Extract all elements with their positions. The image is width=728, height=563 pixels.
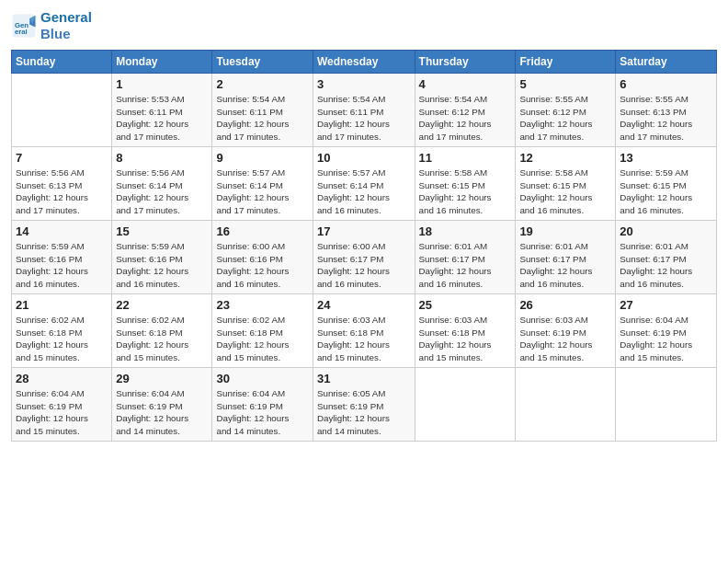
calendar-cell: 11Sunrise: 5:58 AM Sunset: 6:15 PM Dayli…	[415, 147, 516, 221]
calendar-cell: 20Sunrise: 6:01 AM Sunset: 6:17 PM Dayli…	[616, 221, 717, 294]
calendar-cell: 26Sunrise: 6:03 AM Sunset: 6:19 PM Dayli…	[516, 294, 616, 368]
day-header-monday: Monday	[112, 51, 212, 74]
calendar-cell: 5Sunrise: 5:55 AM Sunset: 6:12 PM Daylig…	[516, 74, 616, 147]
day-info: Sunrise: 6:01 AM Sunset: 6:17 PM Dayligh…	[419, 240, 512, 291]
day-info: Sunrise: 6:05 AM Sunset: 6:19 PM Dayligh…	[317, 387, 411, 438]
day-number: 29	[116, 372, 208, 385]
day-info: Sunrise: 5:56 AM Sunset: 6:13 PM Dayligh…	[16, 167, 108, 217]
day-number: 4	[419, 77, 512, 91]
calendar-week-4: 28Sunrise: 6:04 AM Sunset: 6:19 PM Dayli…	[12, 368, 717, 442]
day-info: Sunrise: 5:53 AM Sunset: 6:11 PM Dayligh…	[116, 93, 208, 144]
day-info: Sunrise: 6:03 AM Sunset: 6:19 PM Dayligh…	[519, 314, 611, 364]
day-info: Sunrise: 6:00 AM Sunset: 6:16 PM Dayligh…	[216, 240, 308, 291]
calendar-cell: 3Sunrise: 5:54 AM Sunset: 6:11 PM Daylig…	[313, 74, 415, 147]
calendar-table: SundayMondayTuesdayWednesdayThursdayFrid…	[11, 50, 717, 442]
day-info: Sunrise: 5:55 AM Sunset: 6:12 PM Dayligh…	[519, 93, 611, 144]
calendar-cell: 24Sunrise: 6:03 AM Sunset: 6:18 PM Dayli…	[313, 294, 415, 368]
day-number: 28	[16, 372, 108, 385]
day-info: Sunrise: 6:03 AM Sunset: 6:18 PM Dayligh…	[419, 314, 512, 364]
calendar-cell: 22Sunrise: 6:02 AM Sunset: 6:18 PM Dayli…	[112, 294, 212, 368]
calendar-cell: 29Sunrise: 6:04 AM Sunset: 6:19 PM Dayli…	[112, 368, 212, 442]
calendar-header-row: SundayMondayTuesdayWednesdayThursdayFrid…	[12, 51, 717, 74]
day-number: 19	[519, 224, 611, 238]
day-number: 27	[620, 298, 712, 312]
calendar-cell: 27Sunrise: 6:04 AM Sunset: 6:19 PM Dayli…	[616, 294, 717, 368]
calendar-cell: 28Sunrise: 6:04 AM Sunset: 6:19 PM Dayli…	[12, 368, 112, 442]
day-number: 20	[620, 224, 712, 238]
calendar-week-1: 7Sunrise: 5:56 AM Sunset: 6:13 PM Daylig…	[12, 147, 717, 221]
day-number: 13	[620, 151, 712, 165]
day-number: 23	[216, 298, 308, 312]
day-number: 8	[116, 151, 208, 165]
calendar-cell: 8Sunrise: 5:56 AM Sunset: 6:14 PM Daylig…	[112, 147, 212, 221]
logo: Gen eral General Blue	[11, 9, 92, 42]
calendar-cell: 23Sunrise: 6:02 AM Sunset: 6:18 PM Dayli…	[212, 294, 313, 368]
day-number: 30	[216, 372, 308, 385]
logo-text: General Blue	[40, 9, 92, 42]
calendar-cell: 1Sunrise: 5:53 AM Sunset: 6:11 PM Daylig…	[112, 74, 212, 147]
day-number: 6	[620, 77, 712, 91]
day-header-tuesday: Tuesday	[212, 51, 313, 74]
day-number: 26	[519, 298, 611, 312]
day-number: 22	[116, 298, 208, 312]
day-info: Sunrise: 6:04 AM Sunset: 6:19 PM Dayligh…	[116, 387, 208, 438]
calendar-cell	[616, 368, 717, 442]
day-number: 18	[419, 224, 512, 238]
day-number: 24	[317, 298, 411, 312]
calendar-cell: 14Sunrise: 5:59 AM Sunset: 6:16 PM Dayli…	[12, 221, 112, 294]
day-number: 16	[216, 224, 308, 238]
calendar-cell: 18Sunrise: 6:01 AM Sunset: 6:17 PM Dayli…	[415, 221, 516, 294]
calendar-cell	[516, 368, 616, 442]
day-header-thursday: Thursday	[415, 51, 516, 74]
day-number: 3	[317, 77, 411, 91]
day-header-sunday: Sunday	[12, 51, 112, 74]
calendar-cell: 10Sunrise: 5:57 AM Sunset: 6:14 PM Dayli…	[313, 147, 415, 221]
calendar-cell: 17Sunrise: 6:00 AM Sunset: 6:17 PM Dayli…	[313, 221, 415, 294]
day-number: 7	[16, 151, 108, 165]
page-container: Gen eral General Blue SundayMondayTuesda…	[0, 0, 728, 449]
day-info: Sunrise: 5:57 AM Sunset: 6:14 PM Dayligh…	[317, 167, 411, 217]
calendar-cell: 4Sunrise: 5:54 AM Sunset: 6:12 PM Daylig…	[415, 74, 516, 147]
day-info: Sunrise: 6:04 AM Sunset: 6:19 PM Dayligh…	[620, 314, 712, 364]
calendar-cell: 25Sunrise: 6:03 AM Sunset: 6:18 PM Dayli…	[415, 294, 516, 368]
calendar-cell	[12, 74, 112, 147]
calendar-cell: 15Sunrise: 5:59 AM Sunset: 6:16 PM Dayli…	[112, 221, 212, 294]
day-header-wednesday: Wednesday	[313, 51, 415, 74]
day-info: Sunrise: 5:59 AM Sunset: 6:16 PM Dayligh…	[16, 240, 108, 291]
day-info: Sunrise: 6:02 AM Sunset: 6:18 PM Dayligh…	[116, 314, 208, 364]
calendar-week-0: 1Sunrise: 5:53 AM Sunset: 6:11 PM Daylig…	[12, 74, 717, 147]
day-info: Sunrise: 6:02 AM Sunset: 6:18 PM Dayligh…	[216, 314, 308, 364]
day-info: Sunrise: 5:54 AM Sunset: 6:12 PM Dayligh…	[419, 93, 512, 144]
calendar-cell: 31Sunrise: 6:05 AM Sunset: 6:19 PM Dayli…	[313, 368, 415, 442]
calendar-cell: 19Sunrise: 6:01 AM Sunset: 6:17 PM Dayli…	[516, 221, 616, 294]
day-number: 9	[216, 151, 308, 165]
day-info: Sunrise: 6:04 AM Sunset: 6:19 PM Dayligh…	[216, 387, 308, 438]
day-info: Sunrise: 5:58 AM Sunset: 6:15 PM Dayligh…	[519, 167, 611, 217]
calendar-cell: 30Sunrise: 6:04 AM Sunset: 6:19 PM Dayli…	[212, 368, 313, 442]
day-info: Sunrise: 6:01 AM Sunset: 6:17 PM Dayligh…	[620, 240, 712, 291]
calendar-cell: 9Sunrise: 5:57 AM Sunset: 6:14 PM Daylig…	[212, 147, 313, 221]
calendar-week-2: 14Sunrise: 5:59 AM Sunset: 6:16 PM Dayli…	[12, 221, 717, 294]
day-number: 10	[317, 151, 411, 165]
calendar-cell: 12Sunrise: 5:58 AM Sunset: 6:15 PM Dayli…	[516, 147, 616, 221]
svg-text:eral: eral	[15, 28, 28, 36]
day-info: Sunrise: 5:59 AM Sunset: 6:16 PM Dayligh…	[116, 240, 208, 291]
calendar-cell	[415, 368, 516, 442]
day-number: 15	[116, 224, 208, 238]
calendar-cell: 2Sunrise: 5:54 AM Sunset: 6:11 PM Daylig…	[212, 74, 313, 147]
day-number: 14	[16, 224, 108, 238]
day-info: Sunrise: 6:00 AM Sunset: 6:17 PM Dayligh…	[317, 240, 411, 291]
day-info: Sunrise: 6:04 AM Sunset: 6:19 PM Dayligh…	[16, 387, 108, 438]
calendar-cell: 16Sunrise: 6:00 AM Sunset: 6:16 PM Dayli…	[212, 221, 313, 294]
calendar-week-3: 21Sunrise: 6:02 AM Sunset: 6:18 PM Dayli…	[12, 294, 717, 368]
day-info: Sunrise: 5:55 AM Sunset: 6:13 PM Dayligh…	[620, 93, 712, 144]
day-number: 31	[317, 372, 411, 385]
day-info: Sunrise: 5:57 AM Sunset: 6:14 PM Dayligh…	[216, 167, 308, 217]
calendar-cell: 13Sunrise: 5:59 AM Sunset: 6:15 PM Dayli…	[616, 147, 717, 221]
day-number: 5	[519, 77, 611, 91]
calendar-cell: 21Sunrise: 6:02 AM Sunset: 6:18 PM Dayli…	[12, 294, 112, 368]
day-info: Sunrise: 5:54 AM Sunset: 6:11 PM Dayligh…	[216, 93, 308, 144]
day-info: Sunrise: 5:54 AM Sunset: 6:11 PM Dayligh…	[317, 93, 411, 144]
day-header-friday: Friday	[516, 51, 616, 74]
day-info: Sunrise: 6:01 AM Sunset: 6:17 PM Dayligh…	[519, 240, 611, 291]
